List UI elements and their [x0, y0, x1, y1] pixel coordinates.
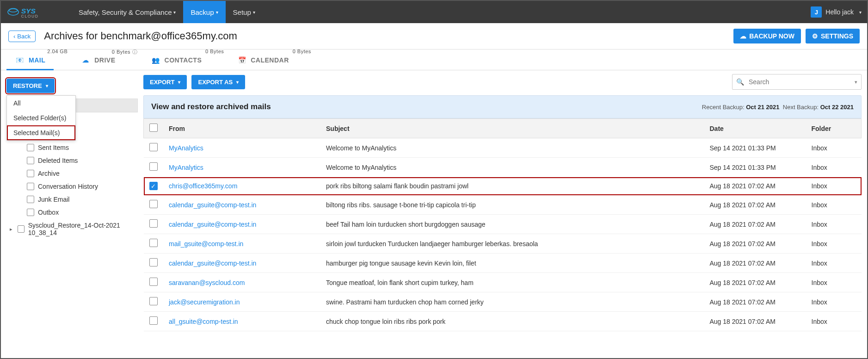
table-row[interactable]: MyAnalyticsWelcome to MyAnalyticsSep 14 … — [144, 138, 862, 158]
col-date[interactable]: Date — [704, 119, 806, 138]
table-row[interactable]: MyAnalyticsWelcome to MyAnalyticsSep 14 … — [144, 158, 862, 177]
from-link[interactable]: MyAnalytics — [169, 144, 203, 152]
nav-item-setup[interactable]: Setup▾ — [226, 1, 263, 23]
cell-folder: Inbox — [806, 158, 862, 177]
settings-button[interactable]: ⚙ SETTINGS — [806, 29, 860, 43]
tab-calendar[interactable]: 📅 CALENDAR 0 Bytes — [228, 50, 297, 70]
table-row[interactable]: ✓chris@office365my.compork ribs biltong … — [144, 177, 862, 195]
folder-checkbox[interactable] — [27, 144, 34, 151]
top-nav: SYS CLOUD Safety, Security & Compliance▾… — [1, 1, 867, 23]
table-row[interactable]: mail_gsuite@comp-test.insirloin jowl tur… — [144, 234, 862, 254]
cell-subject: hamburger pig tongue sausage kevin Kevin… — [320, 254, 704, 273]
tree-row[interactable]: Junk Email — [6, 193, 138, 206]
from-link[interactable]: calendar_gsuite@comp-test.in — [169, 260, 256, 267]
cell-subject: Welcome to MyAnalytics — [320, 138, 704, 158]
user-menu[interactable]: J Hello jack ▾ — [811, 6, 862, 18]
logo[interactable]: SYS CLOUD — [6, 6, 57, 19]
search-options-caret[interactable]: ▾ — [855, 79, 857, 85]
restore-all[interactable]: All — [7, 96, 75, 111]
row-checkbox[interactable] — [149, 316, 158, 325]
avatar: J — [811, 6, 822, 18]
expand-icon[interactable]: ▸ — [8, 226, 14, 232]
user-greeting: Hello jack — [825, 8, 854, 16]
folder-label: Archive — [38, 170, 60, 177]
table-row[interactable]: calendar_gsuite@comp-test.inbeef Tail ha… — [144, 215, 862, 234]
folder-checkbox[interactable] — [27, 196, 34, 203]
from-link[interactable]: chris@office365my.com — [169, 182, 237, 190]
table-row[interactable]: jack@securemigration.inswine. Pastrami h… — [144, 292, 862, 312]
toolbar-main: EXPORT▾ EXPORT AS▾ 🔍 ▾ — [143, 70, 862, 95]
from-link[interactable]: MyAnalytics — [169, 164, 203, 171]
table-row[interactable]: saravanan@syscloud.comTongue meatloaf, l… — [144, 273, 862, 292]
folder-checkbox[interactable] — [27, 157, 34, 164]
cell-subject: sirloin jowl turducken Turducken landjae… — [320, 234, 704, 254]
tree-row[interactable]: Outbox — [6, 206, 138, 219]
from-link[interactable]: jack@securemigration.in — [169, 298, 240, 306]
row-checkbox[interactable]: ✓ — [149, 182, 158, 190]
backup-meta: Recent Backup: Oct 21 2021 Next Backup: … — [702, 104, 854, 111]
export-as-button[interactable]: EXPORT AS▾ — [191, 75, 245, 89]
cell-subject: pork ribs biltong salami flank boudin pa… — [320, 177, 704, 195]
row-checkbox[interactable] — [149, 297, 158, 305]
row-checkbox[interactable] — [149, 278, 158, 286]
row-checkbox[interactable] — [149, 143, 158, 151]
col-folder[interactable]: Folder — [806, 119, 862, 138]
export-button[interactable]: EXPORT▾ — [143, 75, 187, 89]
cell-date: Aug 18 2021 07:02 AM — [704, 195, 806, 215]
from-link[interactable]: calendar_gsuite@comp-test.in — [169, 201, 256, 209]
cell-folder: Inbox — [806, 215, 862, 234]
cell-subject: swine. Pastrami ham turducken chop ham c… — [320, 292, 704, 312]
cell-date: Sep 14 2021 01:33 PM — [704, 138, 806, 158]
tab-drive[interactable]: ☁ DRIVE 0 Bytesⓘ — [72, 50, 123, 70]
from-link[interactable]: calendar_gsuite@comp-test.in — [169, 221, 256, 228]
service-tabs: 📧 MAIL 2.04 GB ☁ DRIVE 0 Bytesⓘ 👥 CONTAC… — [1, 50, 867, 70]
search-icon: 🔍 — [736, 78, 744, 86]
col-from[interactable]: From — [163, 119, 320, 138]
row-checkbox[interactable] — [149, 239, 158, 247]
nav-items: Safety, Security & Compliance▾ Backup▾ S… — [71, 1, 263, 23]
backup-now-button[interactable]: ☁ BACKUP NOW — [733, 29, 801, 43]
folder-checkbox[interactable] — [27, 170, 34, 177]
tab-mail[interactable]: 📧 MAIL 2.04 GB — [6, 50, 54, 70]
tree-row-syscloud-restore[interactable]: ▸ Syscloud_Restore_14-Oct-2021 10_38_14 — [6, 219, 138, 239]
table-row[interactable]: calendar_gsuite@comp-test.inbiltong ribs… — [144, 195, 862, 215]
folder-label: Outbox — [38, 209, 59, 216]
from-link[interactable]: mail_gsuite@comp-test.in — [169, 240, 243, 248]
cell-subject: chuck chop tongue loin ribs ribs pork po… — [320, 312, 704, 331]
nav-item-backup[interactable]: Backup▾ — [183, 1, 225, 23]
table-row[interactable]: all_gsuite@comp-test.inchuck chop tongue… — [144, 312, 862, 331]
drive-icon: ☁ — [80, 55, 91, 65]
restore-selected-folders[interactable]: Selected Folder(s) — [7, 111, 75, 125]
folder-checkbox[interactable] — [27, 183, 34, 190]
cell-folder: Inbox — [806, 254, 862, 273]
tree-row[interactable]: Deleted Items — [6, 154, 138, 167]
row-checkbox[interactable] — [149, 162, 158, 171]
tree-row[interactable]: Sent Items — [6, 141, 138, 154]
row-checkbox[interactable] — [149, 258, 158, 266]
from-link[interactable]: all_gsuite@comp-test.in — [169, 318, 238, 325]
cloud-upload-icon: ☁ — [740, 32, 746, 40]
folder-checkbox[interactable] — [18, 225, 24, 233]
back-button[interactable]: ‹ Back — [8, 31, 36, 42]
row-checkbox[interactable] — [149, 219, 158, 228]
row-checkbox[interactable] — [149, 200, 158, 208]
search-box[interactable]: 🔍 ▾ — [732, 74, 862, 90]
title-bar: ‹ Back Archives for benchmark@office365m… — [1, 23, 867, 50]
folder-checkbox[interactable] — [27, 209, 34, 216]
select-all-checkbox[interactable] — [149, 124, 158, 132]
cell-date: Aug 18 2021 07:02 AM — [704, 254, 806, 273]
restore-selected-mails[interactable]: Selected Mail(s) — [7, 125, 75, 140]
tree-row[interactable]: Archive — [6, 167, 138, 180]
col-subject[interactable]: Subject — [320, 119, 704, 138]
from-link[interactable]: saravanan@syscloud.com — [169, 279, 245, 286]
table-row[interactable]: calendar_gsuite@comp-test.inhamburger pi… — [144, 254, 862, 273]
info-icon[interactable]: ⓘ — [132, 49, 138, 55]
cell-folder: Inbox — [806, 273, 862, 292]
search-input[interactable] — [747, 76, 855, 87]
restore-button[interactable]: RESTORE▾ — [6, 79, 55, 93]
chevron-down-icon: ▾ — [216, 10, 218, 15]
nav-item-compliance[interactable]: Safety, Security & Compliance▾ — [71, 1, 183, 23]
tab-contacts[interactable]: 👥 CONTACTS 0 Bytes — [142, 50, 210, 70]
tree-row[interactable]: Conversation History — [6, 180, 138, 193]
cell-folder: Inbox — [806, 195, 862, 215]
